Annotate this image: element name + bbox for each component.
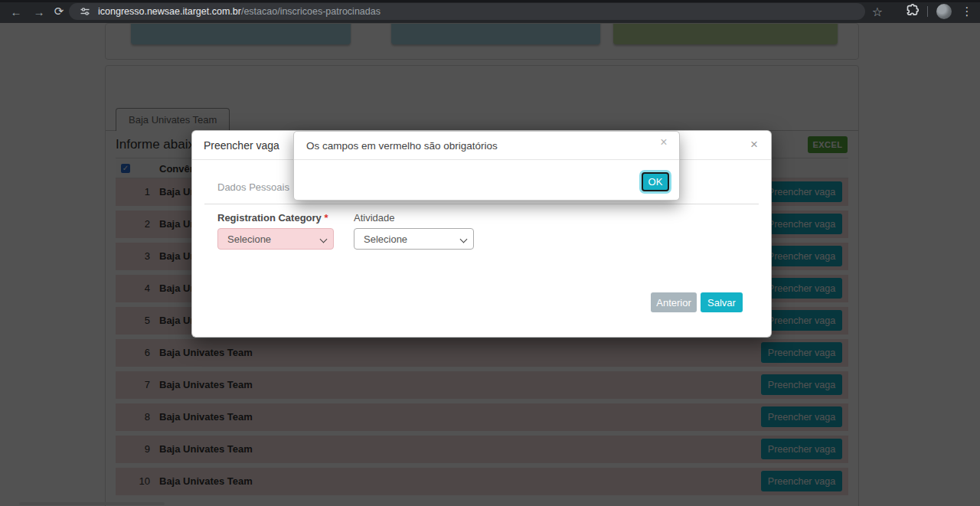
url-text: icongresso.newsae.itarget.com.br/estacao… — [98, 6, 381, 17]
alert-header: Os campos em vermelho são obrigatórios × — [294, 132, 679, 160]
alert-close-icon[interactable]: × — [656, 135, 671, 150]
section-divider — [204, 204, 759, 204]
chevron-down-icon — [320, 236, 328, 243]
screen: ← → ⟳ icongresso.newsae.itarget.com.br/e… — [0, 0, 980, 506]
back-icon[interactable]: ← — [8, 3, 24, 20]
forward-icon[interactable]: → — [31, 3, 47, 20]
url-domain: icongresso.newsae.itarget.com.br — [98, 6, 241, 17]
registration-category-label-text: Registration Category — [217, 212, 322, 224]
browser-toolbar: ← → ⟳ icongresso.newsae.itarget.com.br/e… — [0, 0, 980, 23]
registration-category-select[interactable]: Selecione — [217, 228, 334, 250]
toolbar-divider — [927, 6, 928, 17]
address-bar[interactable]: icongresso.newsae.itarget.com.br/estacao… — [69, 3, 865, 20]
salvar-button[interactable]: Salvar — [701, 292, 743, 312]
anterior-button[interactable]: Anterior — [651, 292, 697, 312]
tab-dados-pessoais[interactable]: Dados Pessoais — [217, 181, 289, 193]
menu-kebab-icon[interactable]: ⋮ — [959, 3, 975, 20]
required-fields-alert-modal: Os campos em vermelho são obrigatórios ×… — [293, 131, 680, 201]
alert-message: Os campos em vermelho são obrigatórios — [306, 132, 498, 160]
registration-category-label: Registration Category * — [217, 212, 328, 224]
url-path: /estacao/inscricoes-patrocinadas — [241, 6, 381, 17]
registration-category-value: Selecione — [227, 233, 271, 245]
alert-ok-button[interactable]: OK — [642, 172, 669, 191]
site-settings-tune-icon[interactable] — [80, 6, 90, 17]
required-asterisk: * — [324, 212, 328, 224]
bookmark-star-icon[interactable]: ☆ — [869, 3, 886, 20]
atividade-select[interactable]: Selecione — [354, 228, 474, 250]
extensions-puzzle-icon[interactable] — [903, 3, 920, 20]
fill-modal-title: Preencher vaga — [204, 131, 279, 160]
atividade-value: Selecione — [364, 233, 407, 245]
fill-modal-close-icon[interactable]: × — [746, 137, 762, 152]
chevron-down-icon — [460, 236, 468, 243]
reload-icon[interactable]: ⟳ — [51, 3, 67, 20]
profile-avatar[interactable] — [936, 4, 952, 19]
atividade-label: Atividade — [354, 212, 394, 224]
